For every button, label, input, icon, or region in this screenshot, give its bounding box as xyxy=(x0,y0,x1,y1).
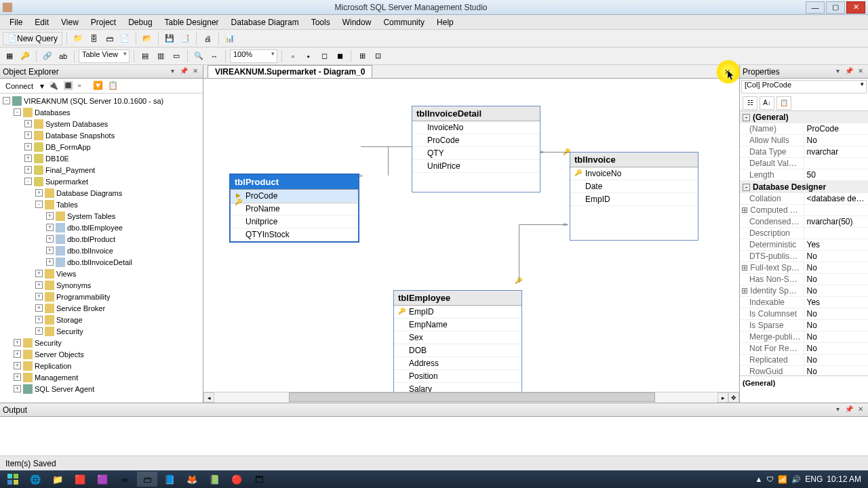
scroll-left-icon[interactable]: ◂ xyxy=(203,392,214,403)
task-excel-icon[interactable]: 📗 xyxy=(204,472,224,487)
task-app2-icon[interactable]: 🟪 xyxy=(92,472,113,487)
pane-dropdown-icon[interactable]: ▾ xyxy=(833,67,842,77)
property-value[interactable]: 50 xyxy=(804,169,869,180)
table-column[interactable]: Salary xyxy=(394,383,521,392)
tray-lang[interactable]: ENG xyxy=(805,474,823,484)
task-firefox-icon[interactable]: 🦊 xyxy=(182,472,202,487)
task-ie-icon[interactable]: 🌐 xyxy=(25,472,45,487)
tree-node[interactable]: +Views xyxy=(0,268,203,279)
tree-node[interactable]: +Management xyxy=(0,371,203,383)
tree-node[interactable]: +Synonyms xyxy=(0,279,203,291)
property-value[interactable]: No xyxy=(804,354,869,365)
tb-key-icon[interactable]: 🔑 xyxy=(18,49,32,63)
tree-node[interactable]: +System Tables xyxy=(0,210,203,222)
tb-open-icon[interactable]: 📁 xyxy=(71,32,85,45)
tree-node[interactable]: +Final_Payment xyxy=(0,164,203,176)
tb-newtable-icon[interactable]: ▤ xyxy=(138,49,152,63)
tree-node[interactable]: +Server Objects xyxy=(0,348,203,360)
property-category[interactable]: -Database Designer xyxy=(740,181,868,193)
zoom-combo[interactable]: 100% xyxy=(230,49,277,63)
expand-icon[interactable]: + xyxy=(24,120,32,127)
task-vs-icon[interactable]: ∞ xyxy=(115,472,135,487)
expand-icon[interactable]: + xyxy=(46,247,54,254)
tree-node[interactable]: +dbo.tblInvoiceDetail xyxy=(0,256,203,268)
table-column[interactable]: 🔑EmpID xyxy=(394,306,521,319)
expand-icon[interactable]: + xyxy=(24,155,32,162)
table-column[interactable]: DOB xyxy=(394,344,521,357)
document-tab[interactable]: VIREAKNUM.Supermarket - Diagram_0 xyxy=(208,65,372,78)
tb-arrange-icon[interactable]: ⊞ xyxy=(355,49,369,63)
tree-node[interactable]: +dbo.tblProduct xyxy=(0,233,203,245)
table-column[interactable]: InvoiceNo xyxy=(412,121,540,134)
task-explorer-icon[interactable]: 📁 xyxy=(47,472,68,487)
menu-tools[interactable]: Tools xyxy=(306,16,336,28)
pane-close-icon[interactable]: ✕ xyxy=(191,67,200,77)
tree-node[interactable]: -Databases xyxy=(0,106,203,118)
tray-volume-icon[interactable]: 🔊 xyxy=(791,475,801,484)
tree-node[interactable]: -Supermarket xyxy=(0,176,203,187)
collapse-icon[interactable]: - xyxy=(24,178,32,185)
table-tblinvoice[interactable]: tblInvoice 🔑InvoiceNoDateEmpID xyxy=(570,152,698,241)
prop-pages-icon[interactable]: 📋 xyxy=(776,96,791,110)
connect-stop-icon[interactable]: 🔳 xyxy=(63,81,74,92)
expand-icon[interactable]: + xyxy=(35,293,43,300)
pane-close-icon[interactable]: ✕ xyxy=(856,67,865,77)
property-row[interactable]: (Name)ProCode xyxy=(740,123,868,135)
table-tblproduct[interactable]: tblProduct ▶🔑ProCodeProNameUnitpriceQTYI… xyxy=(229,174,359,243)
collapse-icon[interactable]: - xyxy=(35,201,43,208)
connect-refresh-icon[interactable]: 🔌 xyxy=(48,81,59,92)
property-row[interactable]: Length50 xyxy=(740,169,868,181)
table-column[interactable]: ▶🔑ProCode xyxy=(231,190,358,203)
menu-debug[interactable]: Debug xyxy=(123,16,157,28)
expand-icon[interactable]: + xyxy=(35,189,43,197)
expand-icon[interactable]: + xyxy=(35,316,43,323)
expand-icon[interactable]: + xyxy=(35,270,43,277)
expand-icon[interactable]: + xyxy=(46,224,54,231)
tb-db-icon[interactable]: 🗄 xyxy=(87,32,100,45)
property-value[interactable] xyxy=(804,205,869,216)
connect-reg-icon[interactable]: 📋 xyxy=(108,81,119,92)
tree-node[interactable]: -VIREAKNUM (SQL Server 10.0.1600 - sa) xyxy=(0,95,203,106)
tb-autosize-icon[interactable]: ↔ xyxy=(208,49,221,63)
tb-open2-icon[interactable]: 📂 xyxy=(140,32,154,45)
tb-gen-icon[interactable]: ▭ xyxy=(170,49,183,63)
table-column[interactable]: QTY xyxy=(412,147,540,160)
expand-icon[interactable]: ⊞ xyxy=(741,263,750,272)
property-row[interactable]: ⊞ Computed Column Specification xyxy=(740,205,868,216)
tree-node[interactable]: +Database Diagrams xyxy=(0,187,203,199)
expand-icon[interactable]: + xyxy=(14,385,21,392)
property-row[interactable]: ⊞ Identity SpecificationNo xyxy=(740,285,868,297)
collapse-icon[interactable]: - xyxy=(14,108,21,116)
property-value[interactable]: No xyxy=(804,251,869,262)
pane-close-icon[interactable]: ✕ xyxy=(856,405,865,415)
property-row[interactable]: Is SparseNo xyxy=(740,320,868,331)
table-column[interactable]: ProName xyxy=(231,203,358,216)
menu-edit[interactable]: Edit xyxy=(29,16,54,28)
connect-filter-icon[interactable]: ▫ xyxy=(78,81,89,92)
property-value[interactable]: <database default> xyxy=(804,193,869,204)
close-button[interactable]: ✕ xyxy=(846,1,865,14)
table-column[interactable]: 🔑InvoiceNo xyxy=(570,167,698,180)
menu-window[interactable]: Window xyxy=(337,16,377,28)
table-column[interactable]: UnitPrice xyxy=(412,160,540,173)
property-value[interactable]: No xyxy=(804,366,869,375)
task-app5-icon[interactable]: 🗔 xyxy=(249,472,269,487)
tb-rel4-icon[interactable]: ◼ xyxy=(333,49,347,63)
tree-node[interactable]: +Storage xyxy=(0,314,203,325)
new-query-button[interactable]: 📄 New Query xyxy=(3,32,62,45)
tb-rel1-icon[interactable]: ▫ xyxy=(286,49,300,63)
property-row[interactable]: Is ColumnsetNo xyxy=(740,308,868,320)
tray-network-icon[interactable]: 📶 xyxy=(778,475,787,484)
menu-table-designer[interactable]: Table Designer xyxy=(159,16,224,28)
property-row[interactable]: DeterministicYes xyxy=(740,239,868,251)
tb-addtable-icon[interactable]: ▥ xyxy=(154,49,167,63)
tb-rel2-icon[interactable]: ▪ xyxy=(302,49,315,63)
menu-project[interactable]: Project xyxy=(85,16,121,28)
tb-relation-icon[interactable]: 🔗 xyxy=(41,49,54,63)
maximize-button[interactable]: ▢ xyxy=(826,1,845,14)
tb-saveall-icon[interactable]: 📑 xyxy=(178,32,192,45)
prop-alpha-icon[interactable]: A↓ xyxy=(760,96,774,110)
property-row[interactable]: ⊞ Full-text SpecificationNo xyxy=(740,262,868,274)
horizontal-scrollbar[interactable]: ◂ ▸ ✥ xyxy=(203,392,739,403)
property-category[interactable]: -(General) xyxy=(740,111,868,123)
